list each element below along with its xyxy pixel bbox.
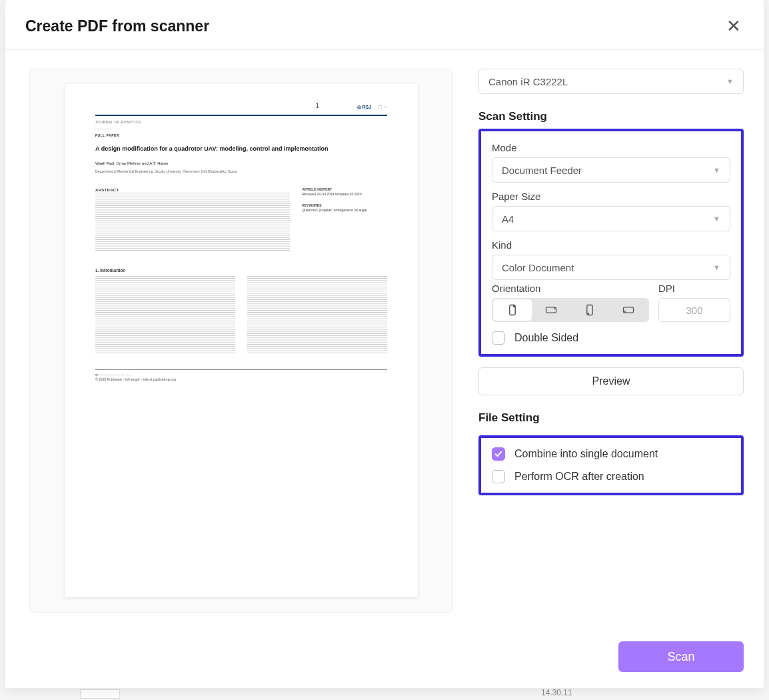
- combine-label: Combine into single document: [514, 448, 658, 460]
- mode-select-value: Document Feeder: [502, 165, 582, 176]
- chevron-down-icon: ▼: [713, 263, 720, 271]
- orientation-landscape-flipped[interactable]: [609, 299, 648, 321]
- portrait-flip-icon: [583, 303, 596, 317]
- chevron-down-icon: ▼: [713, 166, 720, 174]
- ocr-checkbox[interactable]: [492, 470, 505, 483]
- chevron-down-icon: ▼: [726, 77, 734, 85]
- history-text: Received 24 Jul 2019 Accepted 20 2020: [302, 192, 362, 196]
- kind-select-value: Color Document: [502, 262, 574, 273]
- orientation-label: Orientation: [492, 283, 649, 294]
- logo-publisher: ⬚ ─: [378, 104, 387, 111]
- orientation-portrait[interactable]: [493, 299, 532, 321]
- mode-label: Mode: [492, 142, 730, 153]
- file-setting-label: File Setting: [478, 411, 744, 425]
- logo-rsj: ◎ RSJ: [357, 104, 372, 111]
- abstract-heading: ABSTRACT: [95, 187, 290, 193]
- page-number: 1: [315, 101, 319, 111]
- dpi-input[interactable]: [658, 298, 730, 322]
- paper-category: FULL PAPER: [95, 133, 387, 138]
- orientation-portrait-flipped[interactable]: [570, 299, 609, 321]
- section-heading-intro: 1. Introduction: [95, 267, 235, 273]
- scan-preview-panel: 1 ◎ RSJ ⬚ ─ JOURNAL OF ROBOTICS ────── F…: [29, 69, 453, 613]
- landscape-icon: [544, 303, 558, 317]
- footer-copyright: © 2020 Published – full length – title o…: [95, 377, 387, 382]
- footer-contact: ✉ ──── ── ── ── ──: [95, 373, 387, 377]
- settings-panel: Canon iR C3222L ▼ Scan Setting Mode Docu…: [453, 69, 744, 675]
- kind-label: Kind: [492, 239, 730, 251]
- preview-button-label: Preview: [592, 375, 630, 387]
- scan-preview-document: 1 ◎ RSJ ⬚ ─ JOURNAL OF ROBOTICS ────── F…: [65, 84, 418, 597]
- orientation-segmented: [492, 298, 649, 322]
- dialog-title: Create PDF from scanner: [25, 17, 209, 35]
- scan-setting-group: Mode Document Feeder ▼ Paper Size A4 ▼ K…: [478, 129, 744, 357]
- paper-affiliation: Department of Mechanical Engineering, Ja…: [95, 169, 387, 174]
- orientation-landscape[interactable]: [532, 299, 570, 321]
- journal-name: JOURNAL OF ROBOTICS: [95, 120, 387, 125]
- paper-title: A design modification for a quadrotor UA…: [95, 145, 387, 153]
- chevron-down-icon: ▼: [713, 215, 720, 223]
- dialog-body: 1 ◎ RSJ ⬚ ─ JOURNAL OF ROBOTICS ────── F…: [5, 50, 764, 688]
- scan-button[interactable]: Scan: [618, 641, 744, 672]
- preview-button[interactable]: Preview: [478, 367, 744, 395]
- paper-authors: Waell Fadl, Omar Mehrez and A.T. Haber: [95, 161, 387, 166]
- combine-checkbox[interactable]: [492, 447, 505, 461]
- scan-setting-label: Scan Setting: [478, 110, 744, 123]
- close-button[interactable]: ✕: [724, 15, 744, 37]
- file-setting-group: Combine into single document Perform OCR…: [478, 435, 744, 495]
- scan-button-label: Scan: [667, 650, 694, 664]
- background-timestamp: 14.30.11: [541, 688, 572, 697]
- paper-size-label: Paper Size: [492, 191, 730, 202]
- background-doc-thumb: [80, 689, 120, 699]
- kind-select[interactable]: Color Document ▼: [492, 255, 730, 280]
- double-sided-label: Double Sided: [514, 332, 578, 344]
- scanner-select-value: Canon iR C3222L: [488, 76, 568, 87]
- mode-select[interactable]: Document Feeder ▼: [492, 157, 730, 183]
- body-column-left: [95, 276, 235, 353]
- dpi-label: DPI: [658, 283, 730, 294]
- keywords-text: Quadrotor; propeller; arrangement; tilt …: [302, 208, 367, 212]
- double-sided-checkbox[interactable]: [492, 331, 505, 345]
- scanner-select[interactable]: Canon iR C3222L ▼: [478, 69, 744, 94]
- ocr-label: Perform OCR after creation: [514, 471, 644, 483]
- body-column-right: [247, 276, 387, 353]
- landscape-flip-icon: [622, 303, 635, 317]
- create-pdf-scanner-dialog: Create PDF from scanner ✕ 1 ◎ RSJ ⬚ ─ JO…: [5, 0, 764, 688]
- paper-size-select[interactable]: A4 ▼: [492, 206, 730, 231]
- close-icon: ✕: [726, 16, 741, 36]
- dialog-header: Create PDF from scanner ✕: [5, 0, 764, 50]
- keywords-heading: KEYWORDS: [302, 203, 387, 208]
- history-heading: ARTICLE HISTORY: [302, 187, 387, 192]
- paper-size-select-value: A4: [502, 213, 514, 225]
- abstract-text: [95, 193, 290, 251]
- portrait-icon: [506, 303, 519, 317]
